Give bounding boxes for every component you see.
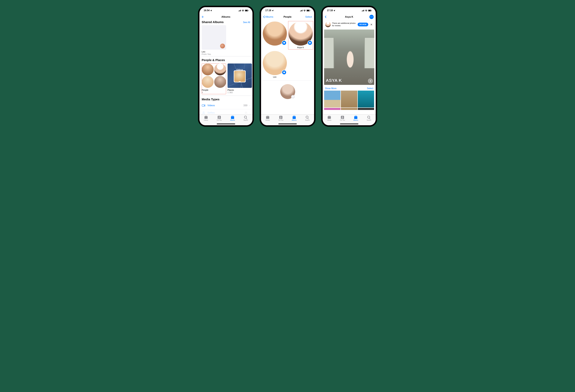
face-thumb [202,64,214,75]
tab-library[interactable]: Library [201,115,211,125]
back-label: Albums [265,16,273,18]
battery-icon [307,10,310,11]
wifi-icon [365,10,367,11]
home-indicator[interactable] [217,123,235,124]
phone-person-detail: 17:18 Asya K There are additional photos… [321,6,377,127]
face-thumb [214,64,226,75]
shared-album-thumb [202,25,226,49]
status-bar: 17:18 [261,7,314,14]
tab-search[interactable]: Search [302,115,312,125]
chevron-left-icon [325,16,327,18]
person-name: Asya K [297,46,304,49]
heart-icon [283,42,285,44]
media-type-label: Videos [208,104,241,107]
selfie-icon [202,111,205,114]
shared-album-title: Leo [202,50,226,53]
nav-bar: Albums People Select [261,14,314,20]
media-type-label: Selfies [208,111,243,114]
photo-thumb[interactable] [341,108,357,110]
select-link[interactable]: Select [367,87,373,90]
tab-search[interactable]: Search [364,115,374,125]
tab-search[interactable]: Search [241,115,251,125]
back-button[interactable] [325,16,333,18]
person-avatar [263,22,287,46]
select-button[interactable]: Select [305,16,312,18]
face-thumb [202,76,214,88]
review-button[interactable]: REVIEW [358,23,368,26]
home-indicator[interactable] [340,123,358,124]
places-tile[interactable]: Odesa Places 1 382 [228,64,252,94]
media-type-row-videos[interactable]: Videos 330 › [199,102,252,109]
heart-icon [283,71,285,74]
play-icon [370,80,371,82]
people-title: People [202,89,226,91]
media-types-header: Media Types [202,98,219,101]
banner-avatar [325,22,331,27]
heart-icon [292,96,294,98]
status-bar: 16:54 [199,7,252,14]
person-tile[interactable] [280,84,295,99]
more-button[interactable] [369,15,374,19]
person-tile[interactable] [263,22,287,49]
person-name: Lev [273,76,276,78]
shared-album-avatar [220,43,225,49]
people-count: 4 [202,91,226,94]
chevron-right-icon: › [249,104,250,107]
add-button[interactable]: + [201,16,204,18]
content-people: Asya K Lev [261,20,314,114]
photo-thumb[interactable] [324,108,341,110]
content-person-detail: There are additional photos for review. … [323,20,376,114]
face-thumb [214,76,226,88]
places-count: 1 382 [228,91,252,94]
shared-albums-header: Shared Albums [202,20,224,24]
chevron-right-icon: › [249,112,250,114]
close-icon[interactable]: ✕ [370,23,373,26]
photo-thumb[interactable] [324,91,341,107]
location-arrow-icon [333,10,335,11]
person-avatar [288,22,313,46]
chevron-left-icon [263,16,265,18]
tab-library[interactable]: Library [324,115,334,125]
see-all-link[interactable]: See All [243,21,250,24]
phone-albums: 16:54 + Albums Shared Albums See All Leo… [198,6,254,127]
person-tile[interactable]: Lev [263,51,287,78]
map-pin [234,70,246,82]
review-banner: There are additional photos for review. … [324,21,374,28]
shared-album-tile[interactable]: Leo From You [202,25,226,55]
banner-text: There are additional photos for review. [332,22,356,27]
people-tile[interactable]: People 4 [202,64,226,94]
favorite-badge [308,40,312,45]
media-type-count: 21 [245,111,247,114]
status-time: 17:18 [327,9,333,12]
location-arrow-icon [272,10,274,11]
divider [263,80,313,81]
phone-people: 17:18 Albums People Select [260,6,315,127]
heart-icon [309,42,311,44]
status-bar: 17:18 [323,7,376,14]
wifi-icon [242,10,244,11]
wifi-icon [303,10,306,11]
photo-thumb[interactable] [358,108,374,110]
cellular-icon [300,10,303,11]
tab-library[interactable]: Library [263,115,273,125]
favorite-badge [282,70,287,75]
person-avatar [263,51,287,75]
person-tile[interactable]: Asya K [288,22,313,49]
show-more-link[interactable]: Show More [325,87,336,90]
media-type-row-selfies[interactable]: Selfies 21 › [199,109,252,114]
status-time: 16:54 [204,9,210,12]
nav-bar: + Albums [199,14,252,20]
photo-thumb[interactable] [341,91,357,107]
battery-icon [368,10,372,11]
home-indicator[interactable] [278,123,297,124]
person-avatar [280,84,295,99]
status-time: 17:18 [265,9,271,12]
places-title: Places [228,89,252,91]
nav-title: Albums [221,16,230,18]
back-button[interactable]: Albums [263,16,273,18]
photo-thumb[interactable] [358,91,374,107]
play-button[interactable] [368,79,373,83]
cellular-icon [362,10,364,11]
favorite-badge [291,95,295,99]
hero-photo[interactable]: ASYA K [324,29,374,85]
